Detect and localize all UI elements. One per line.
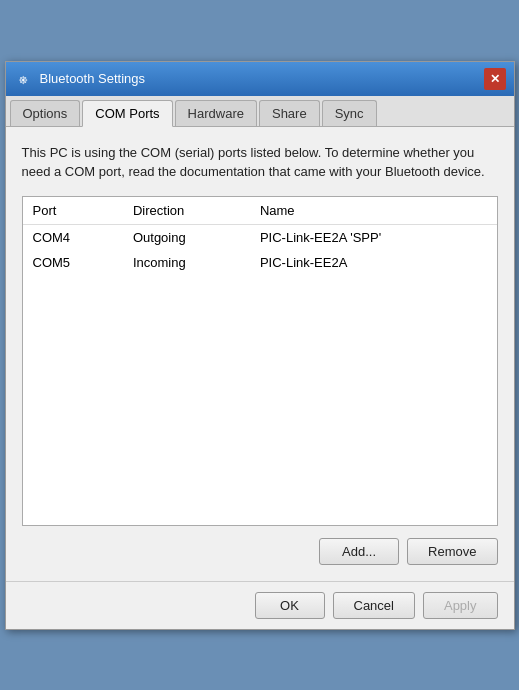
apply-button[interactable]: Apply xyxy=(423,592,498,619)
bluetooth-settings-dialog: ⎈ Bluetooth Settings ✕ Options COM Ports… xyxy=(5,61,515,630)
tab-options[interactable]: Options xyxy=(10,100,81,126)
tab-com-ports[interactable]: COM Ports xyxy=(82,100,172,127)
cell-direction: Incoming xyxy=(123,250,250,275)
table-row[interactable]: COM4OutgoingPIC-Link-EE2A 'SPP' xyxy=(23,224,497,250)
bottom-bar: OK Cancel Apply xyxy=(6,581,514,629)
cell-name: PIC-Link-EE2A 'SPP' xyxy=(250,224,497,250)
ok-button[interactable]: OK xyxy=(255,592,325,619)
table-header-row: Port Direction Name xyxy=(23,197,497,225)
tab-sync[interactable]: Sync xyxy=(322,100,377,126)
cell-name: PIC-Link-EE2A xyxy=(250,250,497,275)
cancel-button[interactable]: Cancel xyxy=(333,592,415,619)
cell-direction: Outgoing xyxy=(123,224,250,250)
cell-port: COM5 xyxy=(23,250,123,275)
dialog-title: Bluetooth Settings xyxy=(40,71,146,86)
action-buttons: Add... Remove xyxy=(22,538,498,565)
tab-share[interactable]: Share xyxy=(259,100,320,126)
title-bar: ⎈ Bluetooth Settings ✕ xyxy=(6,62,514,96)
table-body: COM4OutgoingPIC-Link-EE2A 'SPP'COM5Incom… xyxy=(23,224,497,275)
col-header-direction: Direction xyxy=(123,197,250,225)
cell-port: COM4 xyxy=(23,224,123,250)
remove-button[interactable]: Remove xyxy=(407,538,497,565)
com-ports-table-container[interactable]: Port Direction Name COM4OutgoingPIC-Link… xyxy=(22,196,498,526)
description-text: This PC is using the COM (serial) ports … xyxy=(22,143,498,182)
col-header-name: Name xyxy=(250,197,497,225)
bluetooth-icon: ⎈ xyxy=(14,70,32,88)
tab-hardware[interactable]: Hardware xyxy=(175,100,257,126)
title-bar-left: ⎈ Bluetooth Settings xyxy=(14,70,146,88)
table-row[interactable]: COM5IncomingPIC-Link-EE2A xyxy=(23,250,497,275)
tab-content: This PC is using the COM (serial) ports … xyxy=(6,127,514,581)
col-header-port: Port xyxy=(23,197,123,225)
add-button[interactable]: Add... xyxy=(319,538,399,565)
close-button[interactable]: ✕ xyxy=(484,68,506,90)
tab-bar: Options COM Ports Hardware Share Sync xyxy=(6,96,514,127)
com-ports-table: Port Direction Name COM4OutgoingPIC-Link… xyxy=(23,197,497,275)
